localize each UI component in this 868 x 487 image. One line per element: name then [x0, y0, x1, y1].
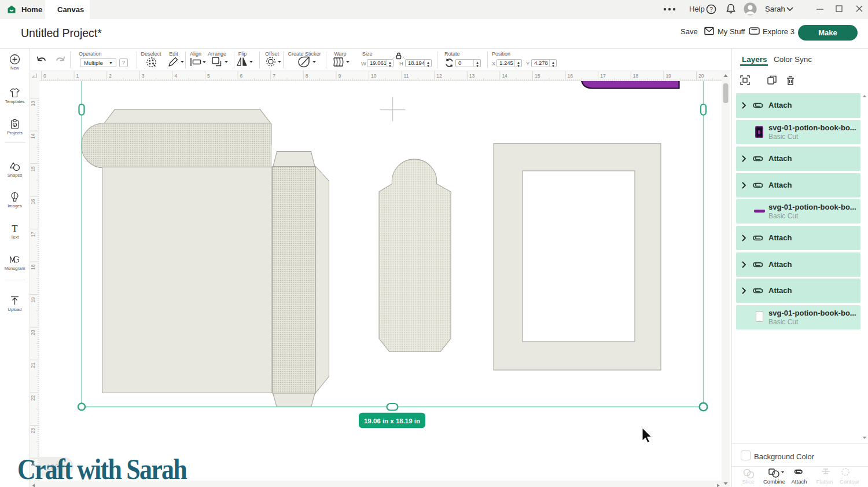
svg-text:11: 11	[404, 73, 409, 79]
svg-text:5: 5	[207, 73, 210, 79]
svg-text:?: ?	[709, 6, 713, 13]
svg-text:20: 20	[30, 329, 36, 335]
svg-text:Slice: Slice	[742, 478, 755, 485]
svg-text:20: 20	[698, 73, 704, 79]
svg-text:16: 16	[568, 73, 573, 79]
svg-text:18: 18	[30, 264, 36, 270]
svg-text:19: 19	[30, 297, 36, 303]
svg-text:8: 8	[306, 73, 308, 79]
svg-text:Combine: Combine	[763, 478, 785, 485]
svg-text:23: 23	[30, 428, 36, 434]
svg-text:1: 1	[76, 73, 79, 79]
svg-text:T: T	[12, 223, 18, 234]
svg-text:13: 13	[30, 101, 36, 107]
svg-text:10: 10	[371, 73, 377, 79]
svg-text:6: 6	[240, 73, 243, 79]
svg-text:16: 16	[30, 199, 36, 204]
svg-text:0: 0	[43, 73, 46, 79]
svg-text:14: 14	[30, 133, 36, 139]
svg-text:Flatten: Flatten	[816, 478, 833, 485]
svg-text:17: 17	[600, 73, 606, 79]
svg-text:21: 21	[30, 362, 36, 368]
svg-text:Contour: Contour	[840, 478, 859, 485]
svg-text:17: 17	[30, 232, 36, 237]
svg-text:15: 15	[535, 73, 540, 79]
svg-text:Attach: Attach	[792, 478, 807, 485]
svg-text:13: 13	[469, 73, 475, 79]
svg-text:22: 22	[30, 395, 36, 401]
svg-text:7: 7	[273, 73, 275, 79]
svg-text:2: 2	[109, 73, 112, 79]
svg-text:4: 4	[174, 73, 177, 79]
svg-text:9: 9	[338, 73, 341, 79]
svg-text:15: 15	[30, 166, 36, 172]
svg-text:19.06 in x 18.19 in: 19.06 in x 18.19 in	[364, 418, 420, 424]
svg-text:19: 19	[665, 73, 671, 79]
svg-text:12: 12	[436, 73, 442, 79]
svg-text:3: 3	[142, 73, 145, 79]
svg-text:14: 14	[502, 73, 507, 79]
svg-text:18: 18	[633, 73, 639, 79]
